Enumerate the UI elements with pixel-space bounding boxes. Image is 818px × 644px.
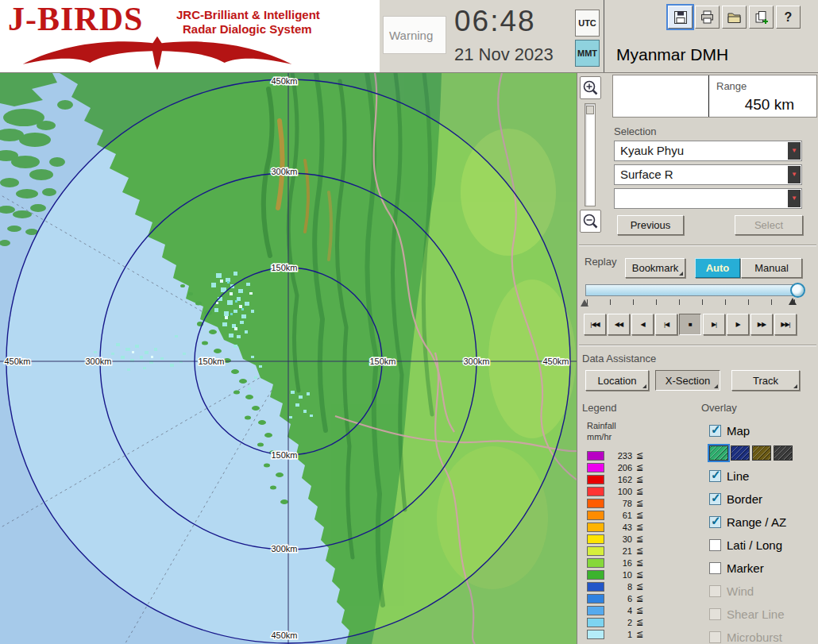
overlay-item[interactable]: Shear Line: [701, 603, 818, 626]
warning-button[interactable]: Warning: [383, 16, 446, 54]
overlay-item[interactable]: Line: [701, 465, 818, 488]
previous-button[interactable]: Previous: [617, 215, 684, 235]
map-style-swatch[interactable]: [752, 445, 771, 461]
legend-row: 162 ≦: [587, 473, 643, 485]
new-window-button[interactable]: [749, 6, 774, 29]
data-assistance-label: Data Assistance: [582, 353, 656, 364]
legend-row: 4 ≦: [587, 604, 643, 616]
range-ring-label: 150km: [369, 357, 395, 366]
range-ring-label: 150km: [271, 450, 297, 460]
dropdown-arrow-button[interactable]: ▼: [788, 190, 801, 207]
mmt-button[interactable]: MMT: [575, 40, 600, 67]
playback-button[interactable]: |◀◀: [584, 314, 606, 335]
playback-button[interactable]: |◀: [655, 314, 677, 335]
print-button[interactable]: [695, 6, 720, 29]
overlay-items: Line Border Range / AZ Lati / Lo: [701, 465, 818, 644]
legend-color-swatch: [587, 630, 604, 639]
checkbox[interactable]: [709, 562, 721, 574]
legend-row: 61 ≦: [587, 509, 643, 521]
radar-map-image[interactable]: 450km 300km 150km 450km 300km 150km 150k…: [0, 73, 577, 644]
legend-leq-symbol: ≦: [636, 510, 643, 520]
legend-row: 233 ≦: [587, 449, 643, 461]
chevron-down-icon: ▼: [791, 141, 797, 160]
timeline-slider-handle[interactable]: [790, 283, 805, 298]
overlay-label: Border: [727, 492, 762, 506]
timeline-end-marker[interactable]: [789, 298, 797, 305]
dropdown-arrow-button[interactable]: ▼: [788, 166, 801, 183]
bookmark-button[interactable]: Bookmark: [625, 258, 685, 278]
site-dropdown[interactable]: Kyauk Phyu ▼: [614, 141, 802, 161]
playback-button[interactable]: ▶▶|: [774, 314, 797, 335]
site-dropdown-value: Kyauk Phyu: [620, 144, 684, 157]
xsection-button[interactable]: X-Section: [655, 370, 720, 391]
save-button[interactable]: [668, 6, 693, 29]
product-dropdown[interactable]: Surface R ▼: [614, 164, 802, 185]
legend-row: 2 ≦: [587, 616, 643, 628]
zoom-slider[interactable]: [585, 103, 596, 206]
overlay-label: Wind: [727, 584, 754, 598]
manual-button[interactable]: Manual: [741, 258, 802, 278]
open-button[interactable]: [722, 6, 747, 29]
overlay-item[interactable]: Wind: [701, 580, 818, 603]
warning-label: Warning: [389, 29, 433, 42]
product-dropdown-value: Surface R: [620, 168, 673, 181]
checkbox[interactable]: [709, 608, 721, 620]
auto-button[interactable]: Auto: [695, 258, 740, 278]
legend-color-swatch: [587, 594, 604, 604]
legend-value: 100: [608, 487, 632, 496]
overlay-label: Lati / Long: [727, 538, 782, 552]
legend-color-swatch: [587, 558, 604, 568]
checkbox[interactable]: [709, 493, 721, 505]
checkbox[interactable]: [709, 470, 721, 482]
checkbox[interactable]: [709, 585, 721, 597]
playback-button[interactable]: ◀◀: [608, 314, 630, 335]
legend-row: 10 ≦: [587, 569, 643, 580]
map-style-swatch[interactable]: [731, 445, 750, 461]
zoom-out-button[interactable]: [580, 210, 601, 233]
utc-button[interactable]: UTC: [575, 10, 600, 37]
track-button[interactable]: Track: [731, 370, 800, 391]
checkbox[interactable]: [709, 539, 721, 551]
overlay-item[interactable]: Microburst: [701, 626, 818, 644]
overlay-label: Line: [727, 469, 749, 483]
checkbox[interactable]: [709, 631, 721, 643]
extra-dropdown[interactable]: ▼: [614, 188, 802, 209]
overlay-item[interactable]: Border: [701, 488, 818, 511]
map-style-swatch[interactable]: [774, 445, 793, 461]
dropdown-arrow-button[interactable]: ▼: [788, 142, 801, 160]
select-button[interactable]: Select: [735, 215, 803, 235]
help-icon: ?: [785, 10, 793, 25]
legend-leq-symbol: ≦: [636, 450, 643, 461]
chevron-down-icon: ▼: [791, 165, 797, 184]
overlay-item[interactable]: Marker: [701, 557, 818, 580]
replay-timeline-slider[interactable]: [585, 284, 800, 296]
playback-button[interactable]: ■: [679, 314, 701, 335]
overlay-item[interactable]: Range / AZ: [701, 511, 818, 534]
legend-color-swatch: [587, 570, 604, 580]
playback-button[interactable]: ▶|: [703, 314, 725, 335]
playback-button[interactable]: ▶: [727, 314, 749, 335]
timeline-start-marker[interactable]: [581, 299, 588, 307]
overlay-item-map[interactable]: Map: [701, 419, 818, 442]
checkbox[interactable]: [709, 425, 721, 437]
legend-row: 206 ≦: [587, 461, 643, 473]
clock-time: 06:48: [454, 5, 536, 38]
playback-button[interactable]: ◀: [631, 314, 654, 335]
legend-value: 206: [608, 463, 632, 472]
checkbox[interactable]: [709, 516, 721, 528]
legend-color-swatch: [587, 487, 604, 496]
map-style-swatch[interactable]: [709, 445, 728, 461]
clock-date: 21 Nov 2023: [454, 44, 554, 65]
overlay-item[interactable]: Lati / Long: [701, 534, 818, 557]
map-area[interactable]: 450km 300km 150km 450km 300km 150km 150k…: [0, 73, 577, 644]
playback-button[interactable]: ▶▶: [750, 314, 773, 335]
menu-corner-icon: [714, 384, 718, 388]
legend-color-swatch: [587, 451, 604, 461]
location-button[interactable]: Location: [585, 370, 649, 391]
overlay-label: Shear Line: [727, 607, 785, 621]
zoom-slider-handle[interactable]: [586, 106, 594, 114]
legend-leq-symbol: ≦: [636, 498, 643, 508]
zoom-in-button[interactable]: [580, 76, 601, 99]
help-button[interactable]: ?: [776, 6, 801, 29]
legend-row: 30 ≦: [587, 533, 643, 545]
